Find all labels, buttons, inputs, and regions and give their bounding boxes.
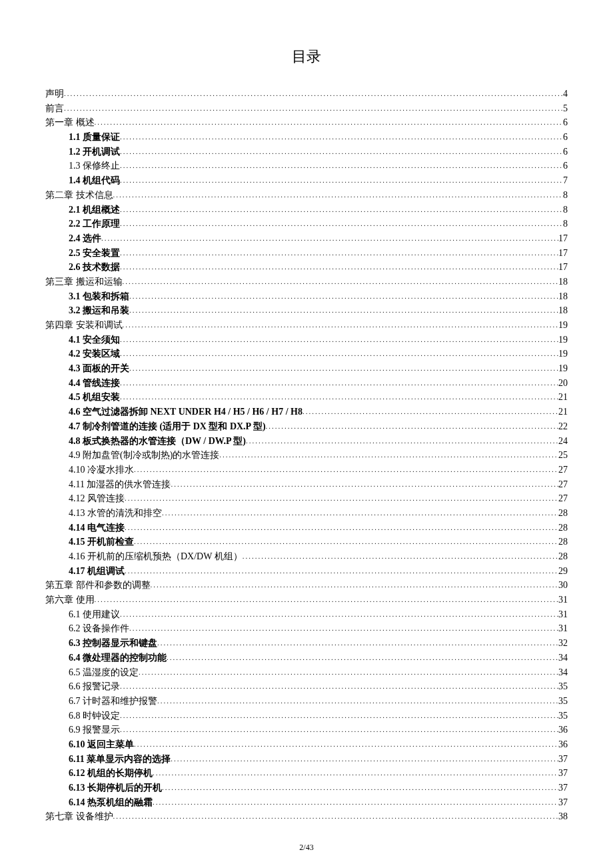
- toc-entry: 2.4 选件 17: [45, 231, 568, 246]
- toc-leader-dots: [303, 406, 558, 417]
- toc-label: 4.1 安全须知: [69, 333, 120, 347]
- toc-label: 第三章 搬运和运输: [45, 275, 123, 289]
- toc-leader-dots: [153, 797, 558, 808]
- toc-leader-dots: [120, 334, 558, 345]
- toc-page-number: 21: [558, 405, 568, 419]
- toc-entry: 6.5 温湿度的设定 34: [45, 665, 568, 680]
- toc-page-number: 8: [563, 217, 568, 231]
- toc-entry: 第三章 搬运和运输 18: [45, 275, 568, 289]
- toc-label: 4.17 机组调试: [69, 564, 125, 579]
- toc-leader-dots: [243, 551, 558, 562]
- toc-page-number: 19: [558, 361, 568, 376]
- toc-label: 声明: [45, 87, 64, 101]
- toc-label: 第一章 概述: [45, 115, 95, 130]
- toc-leader-dots: [120, 175, 563, 186]
- toc-page-number: 27: [558, 491, 568, 506]
- toc-leader-dots: [134, 464, 558, 475]
- toc-label: 6.11 菜单显示内容的选择: [69, 752, 171, 767]
- page-footer: 2/43: [45, 843, 568, 853]
- toc-label: 6.8 时钟设定: [69, 709, 120, 723]
- toc-page-number: 35: [558, 709, 568, 723]
- toc-page-number: 8: [563, 203, 568, 217]
- toc-label: 4.5 机组安装: [69, 390, 120, 405]
- toc-entry: 6.13 长期停机后的开机37: [45, 781, 568, 795]
- toc-entry: 4.10 冷凝水排水 27: [45, 463, 568, 477]
- toc-leader-dots: [120, 724, 558, 735]
- toc-page-number: 35: [558, 679, 568, 694]
- toc-label: 2.5 安全装置: [69, 246, 120, 261]
- toc-leader-dots: [120, 391, 558, 403]
- toc-leader-dots: [120, 131, 563, 143]
- toc-entry: 4.15 开机前检查28: [45, 535, 568, 549]
- toc-label: 6.5 温湿度的设定: [69, 665, 139, 680]
- toc-leader-dots: [101, 233, 558, 244]
- toc-entry: 1.2 开机调试6: [45, 145, 568, 159]
- toc-leader-dots: [120, 348, 558, 359]
- toc-entry: 6.8 时钟设定 35: [45, 709, 568, 723]
- toc-entry: 6.6 报警记录 35: [45, 679, 568, 694]
- toc-label: 4.7 制冷剂管道的连接 (适用于 DX 型和 DX.P 型): [69, 419, 266, 434]
- toc-leader-dots: [157, 637, 558, 649]
- toc-page-number: 6: [563, 145, 568, 159]
- toc-entry: 4.17 机组调试29: [45, 564, 568, 579]
- toc-page-number: 27: [558, 477, 568, 492]
- toc-label: 6.4 微处理器的控制功能: [69, 651, 167, 665]
- toc-leader-dots: [139, 667, 558, 678]
- toc-label: 4.16 开机前的压缩机预热（DX/DW 机组）: [69, 549, 243, 564]
- toc-page-number: 7: [563, 173, 568, 188]
- toc-entry: 4.5 机组安装21: [45, 390, 568, 405]
- toc-entry: 4.1 安全须知19: [45, 333, 568, 347]
- toc-label: 4.9 附加盘管(制冷或制热)的水管连接: [69, 448, 219, 463]
- toc-leader-dots: [120, 261, 558, 273]
- toc-label: 6.2 设备操作件: [69, 621, 129, 636]
- toc-entry: 3.2 搬运和吊装18: [45, 303, 568, 318]
- toc-page-number: 31: [558, 621, 568, 636]
- toc-label: 4.12 风管连接: [69, 491, 125, 506]
- toc-entry: 2.2 工作原理8: [45, 217, 568, 231]
- toc-entry: 6.7 计时器和维护报警35: [45, 694, 568, 709]
- toc-leader-dots: [246, 435, 558, 447]
- toc-leader-dots: [171, 753, 558, 765]
- toc-page-number: 21: [558, 390, 568, 405]
- toc-leader-dots: [113, 189, 564, 201]
- toc-leader-dots: [120, 160, 563, 171]
- toc-entry: 2.5 安全装置17: [45, 246, 568, 261]
- toc-entry: 4.11 加湿器的供水管连接 27: [45, 477, 568, 492]
- toc-page-number: 24: [558, 434, 568, 449]
- toc-label: 6.1 使用建议: [69, 607, 120, 622]
- toc-label: 4.13 水管的清洗和排空: [69, 506, 162, 521]
- toc-page-number: 19: [558, 347, 568, 361]
- toc-entry: 6.10 返回主菜单36: [45, 737, 568, 752]
- toc-page-number: 19: [558, 318, 568, 333]
- toc-leader-dots: [123, 276, 559, 287]
- toc-label: 2.1 机组概述: [69, 203, 120, 217]
- toc-page-number: 6: [563, 159, 568, 173]
- toc-label: 6.3 控制器显示和键盘: [69, 636, 157, 651]
- toc-leader-dots: [120, 247, 558, 259]
- page-title: 目录: [45, 47, 568, 67]
- toc-page-number: 17: [558, 246, 568, 261]
- toc-entry: 4.2 安装区域19: [45, 347, 568, 361]
- toc-leader-dots: [129, 291, 558, 302]
- toc-leader-dots: [120, 204, 563, 215]
- toc-label: 第五章 部件和参数的调整: [45, 578, 151, 593]
- toc-page-number: 5: [563, 101, 568, 116]
- toc-leader-dots: [129, 363, 558, 374]
- toc-entry: 第七章 设备维护 38: [45, 809, 568, 824]
- toc-label: 第四章 安装和调试: [45, 318, 123, 333]
- toc-label: 4.4 管线连接: [69, 376, 120, 391]
- toc-label: 1.1 质量保证: [69, 130, 120, 145]
- toc-page-number: 8: [563, 188, 568, 203]
- toc-label: 4.11 加湿器的供水管连接: [69, 477, 171, 492]
- toc-page-number: 17: [558, 231, 568, 246]
- toc-leader-dots: [134, 536, 558, 547]
- toc-page-number: 35: [558, 694, 568, 709]
- toc-page-number: 37: [558, 795, 568, 810]
- toc-leader-dots: [95, 117, 564, 128]
- toc-page-number: 28: [558, 535, 568, 549]
- toc-label: 第七章 设备维护: [45, 809, 113, 824]
- toc-entry: 前言 5: [45, 101, 568, 116]
- toc-page-number: 31: [558, 607, 568, 622]
- toc-entry: 6.4 微处理器的控制功能34: [45, 651, 568, 665]
- toc-label: 1.3 保修终止: [69, 159, 120, 173]
